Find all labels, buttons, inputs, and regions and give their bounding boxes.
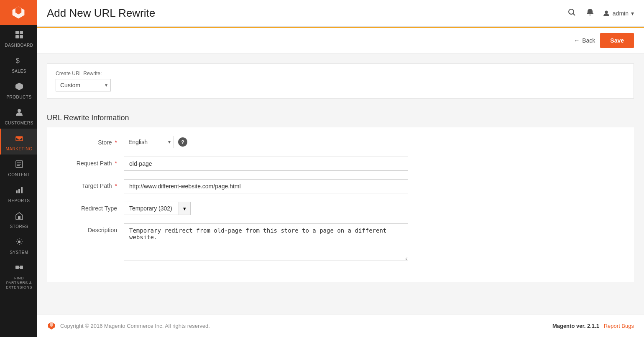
svg-rect-3 xyxy=(20,35,23,38)
svg-rect-15 xyxy=(18,216,20,219)
customers-icon xyxy=(15,108,24,119)
sidebar: DASHBOARD $ SALES PRODUCTS CUSTOMERS MAR… xyxy=(0,0,37,337)
request-path-required: * xyxy=(115,160,117,167)
redirect-type-row: Redirect Type No Temporary (302) Permane… xyxy=(57,202,624,215)
sidebar-item-stores[interactable]: STORES xyxy=(0,206,37,232)
sidebar-item-find-partners[interactable]: FIND PARTNERS & EXTENSIONS xyxy=(0,258,37,293)
store-select-wrap: English ▾ ? xyxy=(124,136,187,148)
back-button-label: Back xyxy=(582,37,595,44)
request-path-row: Request Path * xyxy=(57,157,624,171)
report-bugs-link[interactable]: Report Bugs xyxy=(604,323,634,329)
svg-rect-12 xyxy=(16,190,18,193)
svg-rect-0 xyxy=(15,31,19,34)
sidebar-item-sales-label: SALES xyxy=(12,69,26,73)
products-icon xyxy=(15,82,24,93)
svg-rect-1 xyxy=(20,31,23,34)
request-path-label: Request Path * xyxy=(57,157,124,167)
sidebar-item-content[interactable]: CONTENT xyxy=(0,155,37,180)
top-header: Add New URL Rewrite admin xyxy=(37,0,644,27)
sidebar-item-dashboard-label: DASHBOARD xyxy=(5,43,33,48)
svg-rect-13 xyxy=(18,189,20,193)
store-control-wrap: English ▾ ? xyxy=(124,136,408,148)
redirect-type-split-select: No Temporary (302) Permanent (301) ▾ xyxy=(124,202,191,215)
svg-point-16 xyxy=(18,241,20,243)
svg-marker-5 xyxy=(15,83,23,90)
store-select-wrapper: English ▾ xyxy=(124,136,174,148)
redirect-type-chevron-icon: ▾ xyxy=(183,205,186,212)
redirect-type-select[interactable]: No Temporary (302) Permanent (301) xyxy=(124,202,179,215)
svg-point-20 xyxy=(569,9,574,14)
footer-right: Magento ver. 2.1.1 Report Bugs xyxy=(552,323,634,329)
main-content: Add New URL Rewrite admin xyxy=(37,0,644,337)
svg-point-22 xyxy=(605,10,608,13)
sidebar-item-system-label: SYSTEM xyxy=(10,250,28,255)
sidebar-item-stores-label: STORES xyxy=(10,224,28,229)
marketing-icon xyxy=(15,134,24,145)
sidebar-item-reports-label: REPORTS xyxy=(8,198,30,203)
description-label: Description xyxy=(57,223,124,233)
notifications-button[interactable] xyxy=(584,6,596,20)
sidebar-logo xyxy=(0,0,37,25)
sidebar-item-reports[interactable]: REPORTS xyxy=(0,180,37,206)
sidebar-item-marketing-label: MARKETING xyxy=(6,147,33,151)
magento-version: Magento ver. 2.1.1 xyxy=(552,323,599,329)
create-rewrite-box: Create URL Rewrite: Custom For CMS page … xyxy=(47,64,634,98)
footer-left: Copyright © 2016 Magento Commerce Inc. A… xyxy=(47,321,210,330)
description-textarea[interactable]: Temporary redirect from old-page from th… xyxy=(124,223,408,261)
footer-logo-icon xyxy=(47,321,56,330)
svg-line-21 xyxy=(573,14,575,16)
header-actions: admin ▾ xyxy=(566,6,634,20)
system-icon xyxy=(15,237,24,248)
request-path-input[interactable] xyxy=(124,157,408,171)
redirect-type-control-wrap: No Temporary (302) Permanent (301) ▾ xyxy=(124,202,408,215)
svg-rect-14 xyxy=(21,187,23,193)
store-help-icon[interactable]: ? xyxy=(178,137,187,147)
user-menu[interactable]: admin ▾ xyxy=(603,10,634,17)
sidebar-item-system[interactable]: SYSTEM xyxy=(0,232,37,258)
find-partners-icon xyxy=(15,263,24,274)
sidebar-item-marketing[interactable]: MARKETING xyxy=(0,129,37,155)
svg-text:$: $ xyxy=(16,57,20,64)
target-path-label: Target Path * xyxy=(57,179,124,189)
store-required: * xyxy=(115,139,117,146)
url-rewrite-info-section: URL Rewrite Information Store * English xyxy=(47,107,634,282)
sidebar-item-customers[interactable]: CUSTOMERS xyxy=(0,103,37,129)
content-area: Create URL Rewrite: Custom For CMS page … xyxy=(37,53,644,292)
sidebar-item-dashboard[interactable]: DASHBOARD xyxy=(0,25,37,51)
search-button[interactable] xyxy=(566,6,578,20)
store-label: Store * xyxy=(57,136,124,146)
admin-username: admin xyxy=(613,10,629,17)
sidebar-item-products[interactable]: PRODUCTS xyxy=(0,77,37,103)
store-select[interactable]: English xyxy=(124,136,174,148)
footer-copyright: Copyright © 2016 Magento Commerce Inc. A… xyxy=(60,323,210,329)
redirect-type-label: Redirect Type xyxy=(57,202,124,212)
back-arrow-icon: ← xyxy=(574,37,580,44)
page-title: Add New URL Rewrite xyxy=(47,7,155,20)
create-rewrite-label: Create URL Rewrite: xyxy=(56,71,625,76)
sidebar-item-find-partners-label: FIND PARTNERS & EXTENSIONS xyxy=(3,276,35,289)
user-dropdown-icon: ▾ xyxy=(631,10,634,17)
create-rewrite-section: Create URL Rewrite: Custom For CMS page … xyxy=(47,63,634,99)
back-button[interactable]: ← Back xyxy=(574,37,595,44)
reports-icon xyxy=(15,185,24,197)
dashboard-icon xyxy=(15,30,24,41)
sidebar-item-customers-label: CUSTOMERS xyxy=(5,121,33,125)
target-path-input[interactable] xyxy=(124,179,408,193)
svg-rect-18 xyxy=(20,266,23,269)
target-path-control-wrap xyxy=(124,179,408,193)
content-icon xyxy=(15,160,24,171)
target-path-row: Target Path * xyxy=(57,179,624,193)
description-row: Description Temporary redirect from old-… xyxy=(57,223,624,261)
svg-rect-17 xyxy=(15,266,19,269)
description-control-wrap: Temporary redirect from old-page from th… xyxy=(124,223,408,261)
create-rewrite-select-wrapper: Custom For CMS page For category For pro… xyxy=(56,79,111,91)
store-row: Store * English ▾ ? xyxy=(57,136,624,148)
action-bar: ← Back Save xyxy=(37,27,644,53)
redirect-type-dropdown-btn[interactable]: ▾ xyxy=(179,202,191,215)
request-path-control-wrap xyxy=(124,157,408,171)
create-rewrite-select[interactable]: Custom For CMS page For category For pro… xyxy=(56,79,111,91)
save-button[interactable]: Save xyxy=(600,33,634,48)
sidebar-item-sales[interactable]: $ SALES xyxy=(0,51,37,77)
sales-icon: $ xyxy=(15,56,24,67)
footer: Copyright © 2016 Magento Commerce Inc. A… xyxy=(37,314,644,337)
